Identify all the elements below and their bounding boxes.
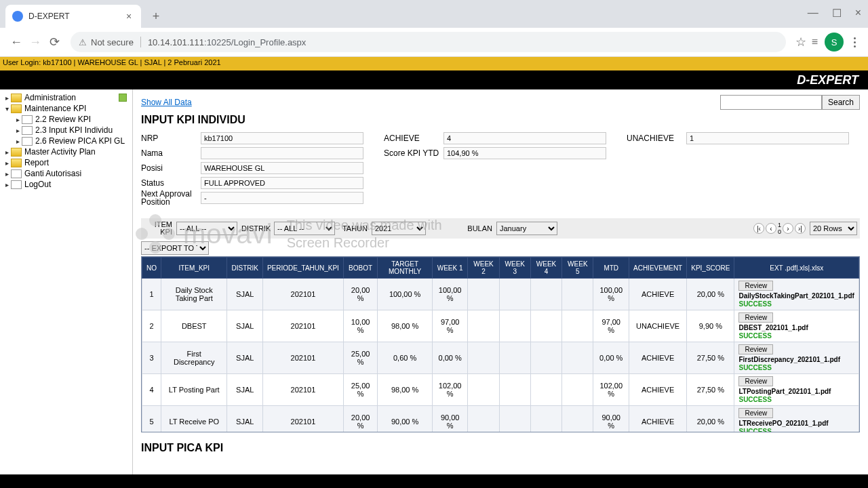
close-icon[interactable]: ×: [123, 11, 134, 22]
expand-icon: ▸: [14, 116, 22, 123]
new-tab-button[interactable]: +: [146, 7, 165, 26]
tab-title: D-EXPERT: [28, 12, 123, 21]
search-input[interactable]: [720, 95, 822, 110]
grid-header-cell[interactable]: EXT .pdf|.xls|.xlsx: [734, 258, 859, 279]
table-cell: ACHIEVE: [629, 374, 686, 406]
grid-header-cell[interactable]: WEEK 3: [499, 258, 530, 279]
table-cell: 100,00 %: [593, 279, 629, 310]
achieve-field[interactable]: [443, 132, 606, 144]
review-button[interactable]: Review: [738, 281, 773, 291]
nama-field[interactable]: [201, 147, 363, 159]
next-page-icon[interactable]: ›: [783, 223, 793, 234]
grid-header-cell[interactable]: ACHIEVEMENT: [629, 258, 686, 279]
table-cell: 90,00 %: [432, 406, 468, 433]
bookmark-icon[interactable]: ☆: [795, 35, 806, 49]
tahun-select[interactable]: 2021: [372, 222, 426, 235]
ext-cell: Review LTPostingPart_202101_1.pdfSUCCESS: [734, 374, 859, 406]
expand-icon[interactable]: ▸: [3, 170, 11, 178]
back-button[interactable]: ←: [7, 33, 26, 52]
sidebar-item-report[interactable]: ▸ Report: [1, 157, 131, 168]
forward-button[interactable]: →: [26, 33, 45, 52]
grid-header-cell[interactable]: PERIODE_TAHUN_KPI: [262, 258, 343, 279]
posisi-field[interactable]: [201, 162, 363, 174]
reading-list-icon[interactable]: ≡: [812, 36, 818, 48]
maximize-icon[interactable]: ☐: [832, 7, 842, 20]
item-kpi-select[interactable]: -- ALL --: [176, 222, 237, 235]
score-field[interactable]: [443, 147, 606, 159]
table-row: 1Daily Stock Taking PartSJAL20210120,00 …: [142, 279, 859, 310]
collapse-icon[interactable]: ▾: [3, 105, 11, 113]
grid-header-cell[interactable]: KPI_SCORE: [687, 258, 734, 279]
kebab-menu-icon[interactable]: [848, 37, 861, 47]
upload-status: SUCCESS: [738, 300, 771, 308]
sidebar-item-administration[interactable]: ▸ Administration: [1, 92, 131, 103]
search-button[interactable]: Search: [822, 95, 860, 110]
file-link[interactable]: LTPostingPart_202101_1.pdf: [738, 388, 854, 395]
prev-page-icon[interactable]: ‹: [766, 223, 776, 234]
ext-cell: Review LTReceivePO_202101_1.pdfSUCCESS: [734, 406, 859, 433]
distrik-select[interactable]: -- ALL --: [274, 222, 335, 235]
expand-icon[interactable]: ▸: [3, 148, 11, 156]
sidebar-item-review-kpi[interactable]: ▸ 2.2 Review KPI: [1, 114, 131, 125]
table-cell: 0,00 %: [593, 342, 629, 374]
folder-icon: [11, 104, 22, 113]
main-panel: Show All Data Search INPUT KPI INDIVIDU …: [133, 89, 868, 474]
doc-icon: [22, 126, 33, 135]
sidebar-item-input-kpi-individu[interactable]: ▸ 2.3 Input KPI Individu: [1, 125, 131, 136]
bulan-select[interactable]: January: [496, 222, 557, 235]
grid-header-cell[interactable]: NO: [142, 258, 161, 279]
table-cell: 202101: [262, 310, 343, 342]
table-cell: [499, 374, 530, 406]
grid-header-cell[interactable]: TARGET MONTHLY: [378, 258, 433, 279]
sidebar-item-maintenance-kpi[interactable]: ▾ Maintenance KPI: [1, 103, 131, 114]
expand-icon[interactable]: ▸: [3, 159, 11, 167]
grid-header-cell[interactable]: WEEK 1: [432, 258, 468, 279]
grid-header-cell[interactable]: WEEK 5: [562, 258, 593, 279]
file-link[interactable]: LTReceivePO_202101_1.pdf: [738, 420, 854, 427]
nrp-field[interactable]: [201, 132, 363, 144]
show-all-data-link[interactable]: Show All Data: [141, 98, 192, 107]
next-approval-field[interactable]: [201, 192, 363, 204]
expand-icon[interactable]: ▸: [3, 181, 11, 188]
grid-header-cell[interactable]: ITEM_KPI: [161, 258, 227, 279]
export-select[interactable]: -- EXPORT TO T --: [141, 241, 209, 255]
review-button[interactable]: Review: [738, 376, 773, 386]
table-cell: 0,00 %: [432, 342, 468, 374]
file-link[interactable]: DBEST_202101_1.pdf: [738, 324, 854, 331]
grid-header-cell[interactable]: WEEK 4: [530, 258, 561, 279]
sidebar-item-ganti-autorisasi[interactable]: ▸ Ganti Autorisasi: [1, 168, 131, 179]
review-button[interactable]: Review: [738, 344, 773, 354]
expand-icon[interactable]: ▸: [3, 94, 11, 102]
table-cell: 1: [142, 279, 161, 310]
table-cell: [499, 310, 530, 342]
status-field[interactable]: [201, 177, 363, 189]
rows-select[interactable]: 20 Rows: [810, 222, 857, 235]
grid-header-cell[interactable]: BOBOT: [343, 258, 377, 279]
minimize-icon[interactable]: —: [808, 7, 818, 20]
close-window-icon[interactable]: ×: [855, 7, 861, 20]
sidebar-item-master-activity-plan[interactable]: ▸ Master Activity Plan: [1, 146, 131, 157]
first-page-icon[interactable]: |‹: [753, 223, 764, 234]
file-link[interactable]: DailyStockTakingPart_202101_1.pdf: [738, 292, 854, 300]
reload-button[interactable]: ⟳: [45, 33, 64, 52]
url-field[interactable]: Not secure 10.14.101.111 :10225 /Login_P…: [71, 32, 786, 52]
table-cell: 4: [142, 374, 161, 406]
grid-header-cell[interactable]: WEEK 2: [468, 258, 499, 279]
table-cell: 2: [142, 310, 161, 342]
browser-tab[interactable]: D-EXPERT ×: [5, 5, 141, 28]
last-page-icon[interactable]: ›|: [795, 223, 806, 234]
table-cell: [468, 279, 499, 310]
grid-header-cell[interactable]: DISTRIK: [227, 258, 262, 279]
distrik-label: DISTRIK: [241, 225, 270, 232]
doc-icon: [11, 169, 22, 178]
file-link[interactable]: FirstDiscrepancy_202101_1.pdf: [738, 356, 854, 363]
sidebar-item-review-pica-kpi-gl[interactable]: ▸ 2.6 Review PICA KPI GL: [1, 136, 131, 146]
doc-icon: [22, 137, 33, 146]
unachieve-field[interactable]: [686, 132, 849, 144]
sidebar-item-logout[interactable]: ▸ LogOut: [1, 179, 131, 190]
grid-header-cell[interactable]: MTD: [593, 258, 629, 279]
review-button[interactable]: Review: [738, 408, 773, 418]
review-button[interactable]: Review: [738, 312, 773, 323]
profile-avatar[interactable]: S: [825, 33, 844, 52]
kpi-grid[interactable]: NOITEM_KPIDISTRIKPERIODE_TAHUN_KPIBOBOTT…: [141, 256, 860, 432]
